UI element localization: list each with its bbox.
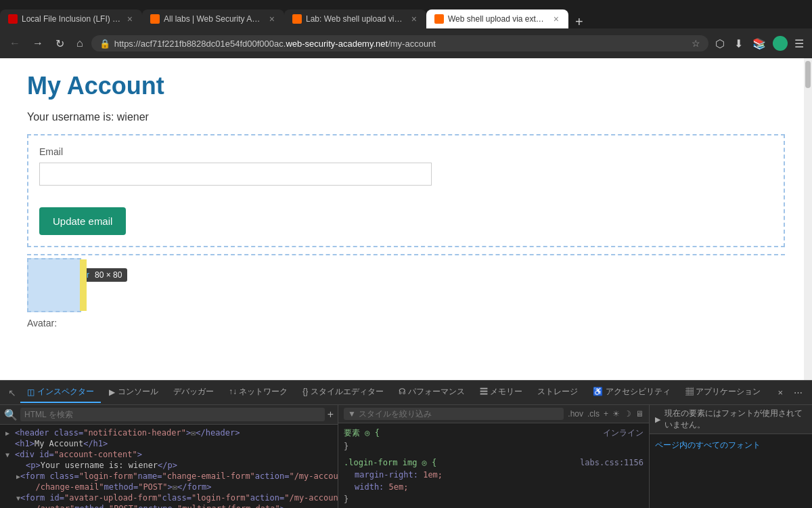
devtools-body: 🔍 + ▶ <header class="notification-header… [0, 405, 812, 508]
username-text: Your username is: wiener [27, 111, 785, 123]
html-line-6b[interactable]: /avatar" method="POST" enctype="multipar… [0, 503, 338, 508]
collapse-icon-1[interactable]: ▶ [5, 429, 15, 437]
html-panel: ▶ <header class="notification-header"> ✉… [0, 425, 338, 508]
devtools-tab-memory[interactable]: ☰ メモリー [473, 382, 529, 403]
bookmark-icon[interactable]: ☆ [692, 38, 700, 49]
tab-1[interactable]: Local File Inclusion (LFI) — Web Api... … [0, 9, 142, 28]
nav-bar: ← → ↻ ⌂ 🔒 https://acf71f221fb8828dc01e54… [0, 28, 812, 58]
accessibility-label: ♿ アクセシビリティ [593, 386, 670, 398]
html-line-6[interactable]: ▼ <form id="avatar-upload-form" class="l… [0, 492, 338, 503]
tab-close-1[interactable]: × [126, 14, 134, 24]
address-bar[interactable]: 🔒 https://acf71f221fb8828dc01e54fd00f000… [91, 35, 708, 51]
update-email-button[interactable]: Update email [39, 207, 126, 235]
all-fonts-link[interactable]: ページ内のすべてのフォント [655, 440, 807, 451]
styles-filter-input[interactable] [359, 409, 560, 419]
tab-favicon-4 [434, 14, 444, 24]
devtools-tab-application[interactable]: ▦ アプリケーション [679, 382, 767, 403]
devtools-tab-debugger[interactable]: デバッガー [166, 382, 221, 403]
html-line-2[interactable]: <h1>My Account</h1> [0, 438, 338, 449]
download-button[interactable]: ⬇ [731, 35, 746, 53]
new-tab-button[interactable]: + [568, 15, 590, 28]
scrollbar[interactable] [804, 58, 812, 380]
back-button[interactable]: ← [5, 35, 24, 52]
fonts-expand-icon[interactable]: ▶ [655, 415, 660, 424]
filter-icon: ▼ [348, 409, 356, 419]
devtools-tab-style-editor[interactable]: {} スタイルエディター [296, 382, 390, 403]
html-panel-container: 🔍 + ▶ <header class="notification-header… [0, 405, 338, 508]
inspector-icon: ◫ [27, 387, 35, 397]
style-editor-label: {} スタイルエディター [302, 386, 383, 398]
yellow-bar [80, 259, 87, 311]
lock-icon: 🔒 [99, 39, 110, 49]
html-line-5[interactable]: ▶ <form class="login-form" name="change-… [0, 471, 338, 482]
fonts-panel: ページ内のすべてのフォント [650, 434, 812, 508]
tab-close-4[interactable]: × [552, 14, 560, 24]
devtools-tab-performance[interactable]: ☊ パフォーマンス [392, 382, 472, 403]
devtools-pointer-icon[interactable]: ↖ [5, 387, 19, 398]
search-icon: 🔍 [4, 408, 18, 421]
cls-toggle[interactable]: .cls [587, 409, 600, 419]
html-line-5b[interactable]: /change-email" method="POST"> ✉ </form> [0, 482, 338, 492]
screenshot-button[interactable]: ⬡ [713, 35, 727, 53]
tab-close-2[interactable]: × [268, 14, 276, 24]
extensions-button[interactable]: 📚 [750, 35, 769, 53]
network-label: ↑↓ ネットワーク [229, 386, 288, 398]
page-content: My Account Your username is: wiener Emai… [0, 58, 812, 342]
devtools-panel: ↖ ◫ インスペクター ▶ コンソール デバッガー ↑↓ ネットワーク {} ス… [0, 380, 812, 508]
html-search-bar: 🔍 + [0, 405, 338, 425]
console-label: コンソール [118, 386, 158, 398]
forward-button[interactable]: → [28, 35, 47, 52]
devtools-tab-storage[interactable]: ストレージ [531, 382, 585, 403]
fonts-header-label: 現在の要素にはフォントが使用されていません。 [664, 408, 807, 431]
home-button[interactable]: ⌂ [72, 35, 87, 52]
fonts-panel-container: ▶ 現在の要素にはフォントが使用されていません。 ページ内のすべてのフォント [650, 405, 812, 508]
style-rule-element: 要素 ◎ { インライン } [338, 426, 649, 452]
devtools-tab-network[interactable]: ↑↓ ネットワーク [222, 382, 294, 403]
debugger-label: デバッガー [173, 386, 214, 398]
console-icon: ▶ [109, 387, 115, 397]
tab-4[interactable]: Web shell upload via extension... × [426, 9, 568, 28]
tooltip-dims: 80 × 80 [95, 270, 122, 280]
html-line-1[interactable]: ▶ <header class="notification-header"> ✉… [0, 427, 338, 438]
tab-3[interactable]: Lab: Web shell upload via exten... × [284, 9, 426, 28]
reload-button[interactable]: ↻ [51, 35, 68, 53]
devtools-tab-console[interactable]: ▶ コンソール [102, 382, 165, 403]
tab-label-2: All labs | Web Security Academy [164, 14, 264, 24]
storage-label: ストレージ [537, 386, 578, 398]
style-rule-login-form-img: .login-form img ◎ { labs.css:1156 margin… [338, 457, 649, 505]
inspector-label: インスペクター [37, 386, 94, 398]
page-title: My Account [27, 72, 785, 100]
tab-2[interactable]: All labs | Web Security Academy × [142, 9, 284, 28]
page-area: My Account Your username is: wiener Emai… [0, 58, 812, 380]
profile-icon[interactable] [773, 36, 788, 51]
avatar-box [27, 258, 81, 312]
avatar-section [27, 254, 785, 312]
devtools-tab-inspector[interactable]: ◫ インスペクター [20, 382, 101, 403]
email-input[interactable] [39, 163, 432, 186]
email-form-section: Email Update email [27, 134, 785, 247]
styles-panel: 要素 ◎ { インライン } .login-form img ◎ { labs.… [338, 423, 649, 508]
html-line-3[interactable]: ▼ <div id="account-content"> [0, 449, 338, 460]
memory-label: ☰ メモリー [480, 386, 522, 398]
menu-button[interactable]: ☰ [792, 35, 807, 53]
tab-bar: Local File Inclusion (LFI) — Web Api... … [0, 0, 812, 28]
hover-toggle[interactable]: .hov [568, 409, 583, 419]
devtools-close-button[interactable]: × [773, 385, 787, 400]
html-line-4[interactable]: <p>Your username is: wiener</p> [0, 460, 338, 471]
styles-header: ▼ .hov .cls + ☀ ☽ 🖥 [338, 405, 649, 423]
devtools-tab-accessibility[interactable]: ♿ アクセシビリティ [586, 382, 677, 403]
tab-label-3: Lab: Web shell upload via exten... [306, 14, 406, 24]
devtools-overflow-button[interactable]: ⋯ [790, 385, 807, 400]
html-add-button[interactable]: + [328, 408, 334, 421]
add-style-btn[interactable]: + [604, 409, 608, 419]
html-search-input[interactable] [20, 408, 325, 421]
tab-close-3[interactable]: × [410, 14, 418, 24]
tab-favicon-2 [150, 14, 160, 24]
tab-label-1: Local File Inclusion (LFI) — Web Api... [22, 14, 122, 24]
collapse-icon-3[interactable]: ▼ [5, 451, 15, 459]
address-url: https://acf71f221fb8828dc01e54fd00f000ac… [114, 39, 687, 49]
performance-label: ☊ パフォーマンス [399, 386, 465, 398]
avatar-highlight [27, 258, 81, 312]
tab-favicon-3 [292, 14, 302, 24]
browser-chrome: Local File Inclusion (LFI) — Web Api... … [0, 0, 812, 58]
